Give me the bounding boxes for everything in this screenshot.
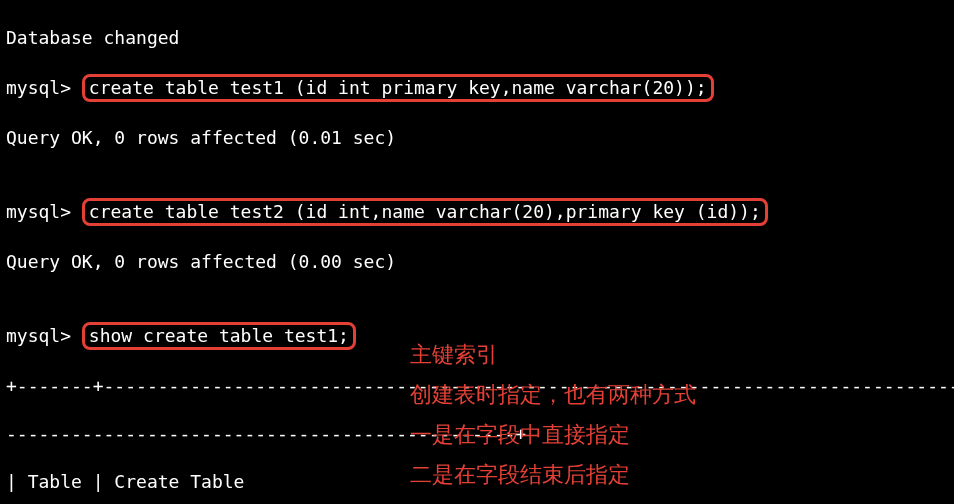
annotation-title: 主键索引	[410, 340, 498, 370]
annotation-line: 一是在字段中直接指定	[410, 420, 630, 450]
terminal-output: Database changed mysql> create table tes…	[0, 0, 954, 504]
highlight-cmd-create-test2: create table test2 (id int,name varchar(…	[82, 198, 768, 226]
status-line: Database changed	[6, 26, 948, 50]
mysql-prompt: mysql>	[6, 201, 82, 222]
query-result: Query OK, 0 rows affected (0.01 sec)	[6, 126, 948, 150]
highlight-cmd-show-create: show create table test1;	[82, 322, 356, 350]
query-result: Query OK, 0 rows affected (0.00 sec)	[6, 250, 948, 274]
mysql-prompt: mysql>	[6, 77, 82, 98]
annotation-line: 创建表时指定，也有两种方式	[410, 380, 696, 410]
highlight-cmd-create-test1: create table test1 (id int primary key,n…	[82, 74, 714, 102]
annotation-line: 二是在字段结束后指定	[410, 460, 630, 490]
mysql-prompt: mysql>	[6, 325, 82, 346]
